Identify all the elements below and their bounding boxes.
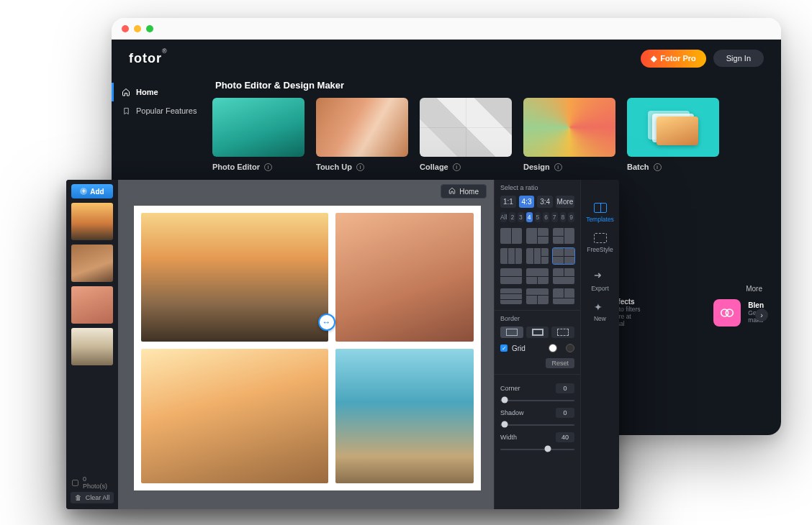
layout-option[interactable] bbox=[553, 268, 574, 284]
count-option[interactable]: 9 bbox=[568, 212, 574, 222]
layout-option[interactable] bbox=[500, 228, 522, 244]
clear-all-button[interactable]: 🗑 Clear All bbox=[71, 492, 114, 503]
resize-handle[interactable]: ↔ bbox=[318, 314, 335, 331]
add-label: Add bbox=[90, 188, 104, 196]
info-icon[interactable]: i bbox=[453, 163, 461, 171]
border-solid-icon bbox=[506, 329, 518, 336]
info-icon[interactable]: i bbox=[654, 163, 662, 171]
sign-in-button[interactable]: Sign In bbox=[713, 50, 764, 67]
sliders-section: Corner 0 Shadow 0 Width 40 bbox=[495, 375, 580, 458]
sidebar-item-popular-features[interactable]: Popular Features bbox=[112, 101, 212, 120]
layout-option[interactable] bbox=[500, 268, 522, 284]
layout-option[interactable] bbox=[500, 288, 522, 304]
slider-thumb[interactable] bbox=[502, 397, 508, 403]
tool-templates[interactable]: Templates bbox=[586, 203, 614, 223]
traffic-light-minimize[interactable] bbox=[134, 25, 141, 32]
collage-canvas[interactable]: ↔ bbox=[134, 206, 481, 490]
layout-option[interactable] bbox=[553, 288, 574, 304]
grid-checkbox[interactable]: ✓ bbox=[500, 344, 508, 352]
carousel-next-button[interactable]: › bbox=[755, 309, 768, 321]
layout-option[interactable] bbox=[526, 228, 548, 244]
card-touch-up[interactable]: Touch Upi bbox=[316, 98, 408, 171]
ratio-option-4-3[interactable]: 4:3 bbox=[519, 196, 535, 208]
slider-value[interactable]: 0 bbox=[556, 383, 574, 393]
card-label: Batch bbox=[627, 163, 649, 171]
collage-cell[interactable] bbox=[141, 349, 328, 483]
card-collage[interactable]: Collagei bbox=[420, 98, 512, 171]
layout-option[interactable] bbox=[553, 248, 574, 264]
canvas-area: Home ↔ bbox=[118, 180, 494, 509]
peek-subtitle: isal bbox=[615, 320, 649, 327]
ratio-option-1-1[interactable]: 1:1 bbox=[500, 196, 516, 208]
border-dashed-icon bbox=[557, 329, 569, 336]
count-option[interactable]: 2 bbox=[509, 212, 515, 222]
traffic-light-zoom[interactable] bbox=[146, 25, 153, 32]
sidebar-item-label: Home bbox=[136, 88, 158, 96]
peek-card-effects[interactable]: ffects oto filters are at isal bbox=[615, 298, 649, 327]
tool-new[interactable]: New bbox=[594, 302, 607, 322]
slider-value[interactable]: 0 bbox=[556, 408, 574, 418]
count-option[interactable]: 3 bbox=[518, 212, 524, 222]
more-link[interactable]: More bbox=[746, 285, 762, 293]
count-option[interactable]: 5 bbox=[535, 212, 541, 222]
tool-strip: Templates FreeStyle Export New bbox=[580, 180, 619, 509]
slider-thumb[interactable] bbox=[544, 446, 551, 452]
thumbnail-column: + Add 0 Photo(s) 🗑 Clear All bbox=[66, 180, 118, 509]
count-option[interactable]: 7 bbox=[551, 212, 558, 222]
count-option[interactable]: All bbox=[500, 212, 507, 222]
thumbnail[interactable] bbox=[71, 245, 113, 282]
color-swatch-light[interactable] bbox=[549, 344, 557, 352]
border-style-thick[interactable] bbox=[526, 327, 549, 338]
layout-option[interactable] bbox=[526, 268, 548, 284]
info-icon[interactable]: i bbox=[554, 163, 562, 171]
ratio-option-3-4[interactable]: 3:4 bbox=[537, 196, 553, 208]
logo-text: fotor bbox=[129, 51, 162, 65]
layout-option[interactable] bbox=[500, 248, 522, 264]
card-batch[interactable]: Batchi bbox=[627, 98, 719, 171]
chevron-right-icon: › bbox=[760, 311, 763, 319]
thumbnail[interactable] bbox=[71, 286, 113, 324]
card-label: Design bbox=[523, 163, 550, 171]
layout-option[interactable] bbox=[526, 248, 548, 264]
slider-label: Width bbox=[500, 434, 517, 441]
slider-value[interactable]: 40 bbox=[556, 432, 574, 442]
collage-cell[interactable] bbox=[335, 349, 474, 483]
count-option[interactable]: 8 bbox=[560, 212, 567, 222]
fotor-pro-button[interactable]: ◆ Fotor Pro bbox=[641, 50, 706, 68]
info-icon[interactable]: i bbox=[356, 163, 364, 171]
width-slider[interactable] bbox=[500, 445, 574, 452]
ratio-option-more[interactable]: More bbox=[556, 196, 574, 208]
tool-freestyle[interactable]: FreeStyle bbox=[587, 233, 613, 253]
sidebar-item-home[interactable]: Home bbox=[112, 83, 212, 101]
tool-export[interactable]: Export bbox=[591, 270, 609, 292]
card-photo-editor[interactable]: Photo Editori bbox=[212, 98, 304, 171]
add-button[interactable]: + Add bbox=[71, 184, 113, 198]
traffic-light-close[interactable] bbox=[122, 25, 129, 32]
trash-icon: 🗑 bbox=[75, 494, 81, 501]
thumbnail[interactable] bbox=[71, 328, 113, 365]
peek-title: ffects bbox=[615, 298, 649, 306]
checkbox-empty-icon[interactable] bbox=[72, 480, 78, 486]
card-design[interactable]: Designi bbox=[523, 98, 615, 171]
collage-cell[interactable] bbox=[335, 213, 474, 342]
layout-option[interactable] bbox=[526, 288, 548, 304]
width-slider-row: Width 40 bbox=[500, 432, 574, 442]
export-icon bbox=[594, 270, 605, 282]
count-option[interactable]: 6 bbox=[543, 212, 549, 222]
tool-label: New bbox=[594, 315, 606, 322]
svg-point-1 bbox=[726, 309, 734, 316]
slider-thumb[interactable] bbox=[502, 421, 508, 428]
plus-icon: + bbox=[80, 188, 87, 195]
thumbnail[interactable] bbox=[71, 203, 113, 240]
info-icon[interactable]: i bbox=[264, 163, 272, 171]
shadow-slider[interactable] bbox=[500, 421, 574, 428]
collage-cell[interactable] bbox=[141, 213, 328, 342]
corner-slider[interactable] bbox=[500, 396, 574, 403]
reset-button[interactable]: Reset bbox=[546, 358, 574, 368]
border-style-solid[interactable] bbox=[500, 327, 523, 338]
home-button[interactable]: Home bbox=[441, 184, 487, 198]
color-swatch-dark[interactable] bbox=[566, 344, 574, 352]
count-option[interactable]: 4 bbox=[526, 212, 533, 222]
layout-option[interactable] bbox=[553, 228, 574, 244]
border-style-dashed[interactable] bbox=[551, 327, 574, 338]
